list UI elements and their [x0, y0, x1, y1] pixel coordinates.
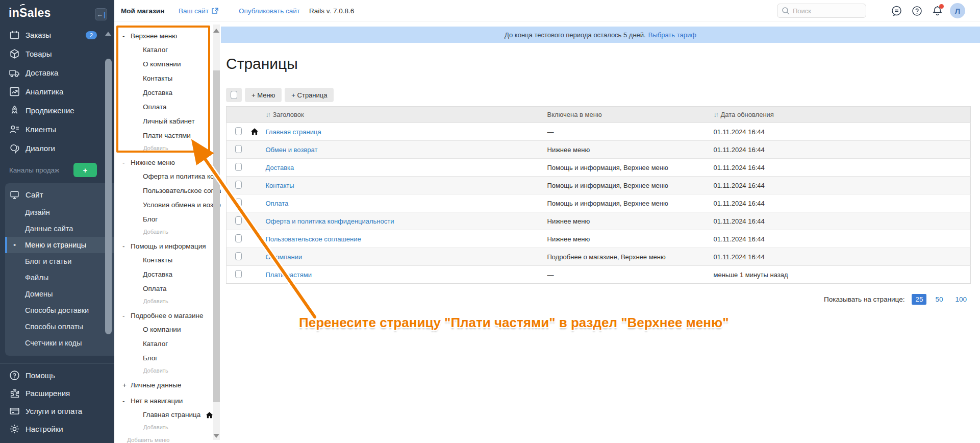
sidebar-subitem[interactable]: Способы оплаты [5, 318, 114, 335]
header-title[interactable]: ↓↑Заголовок [266, 107, 547, 123]
menu-tree-item[interactable]: Главная страница [114, 408, 221, 422]
expand-collapse-sign[interactable]: - [122, 312, 127, 319]
menu-tree-item[interactable]: Оплата [114, 282, 221, 296]
page-link[interactable]: Пользовательское соглашение [266, 235, 361, 243]
sidebar-collapse-button[interactable]: ←| [95, 8, 107, 20]
sidebar-subitem[interactable]: Файлы [5, 269, 114, 286]
notifications-bell-icon[interactable] [932, 5, 943, 17]
expand-collapse-sign[interactable]: - [122, 32, 127, 40]
select-all-checkbox[interactable] [231, 91, 237, 99]
page-link[interactable]: О компании [266, 253, 303, 261]
page-link[interactable]: Обмен и возврат [266, 146, 318, 154]
row-checkbox[interactable] [235, 181, 242, 189]
sidebar-item[interactable]: Товары [0, 44, 114, 63]
pagination-option[interactable]: 100 [951, 294, 970, 305]
row-checkbox[interactable] [235, 199, 242, 207]
menu-tree-item[interactable]: Оферта и политика кон [114, 169, 221, 184]
panel-scroll-up-arrow[interactable] [213, 29, 219, 33]
menu-section-title[interactable]: - Нижнее меню [114, 155, 221, 169]
row-checkbox[interactable] [235, 216, 242, 225]
menu-section-title[interactable]: - Помощь и информация [114, 239, 221, 253]
menu-tree-item[interactable]: Плати частями [114, 129, 221, 143]
menu-section-title[interactable]: - Подробнее о магазине [114, 308, 221, 323]
panel-scrollbar[interactable] [213, 70, 220, 402]
sidebar-subitem[interactable]: Домены [5, 286, 114, 302]
menu-tree-item[interactable]: Блог [114, 351, 221, 365]
sidebar-item[interactable]: Помощь [0, 366, 114, 384]
header-updated[interactable]: ↓↑Дата обновления [714, 107, 971, 123]
expand-collapse-sign[interactable]: - [122, 397, 127, 405]
sidebar-item[interactable]: Продвижение [0, 101, 114, 120]
menu-tree-item[interactable]: Оплата [114, 100, 221, 114]
page-link[interactable]: Контакты [266, 182, 294, 189]
page-link[interactable]: Плати частями [266, 271, 312, 279]
expand-collapse-sign[interactable]: - [122, 159, 127, 166]
add-page-link[interactable]: Добавить [114, 422, 221, 433]
sidebar-item[interactable]: Аналитика [0, 82, 114, 101]
row-checkbox[interactable] [235, 163, 242, 171]
add-page-button[interactable]: + Страница [285, 88, 334, 102]
add-menu-link[interactable]: Добавить меню [114, 434, 221, 443]
menu-tree-item[interactable]: Контакты [114, 253, 221, 267]
row-checkbox[interactable] [235, 252, 242, 260]
add-channel-button[interactable]: + [73, 163, 97, 177]
sidebar-subitem[interactable]: Дизайн [5, 204, 114, 220]
sidebar-item[interactable]: Услуги и оплата [0, 402, 114, 420]
add-page-link[interactable]: Добавить [114, 296, 221, 307]
add-page-link[interactable]: Добавить [114, 365, 221, 376]
menu-tree-item[interactable]: Контакты [114, 71, 221, 86]
sidebar-item[interactable]: Диалоги [0, 139, 114, 158]
help-icon[interactable] [911, 5, 923, 17]
sidebar-item[interactable]: Заказы 2 [0, 26, 114, 44]
menu-tree-item[interactable]: Доставка [114, 86, 221, 100]
sidebar-item[interactable]: Доставка [0, 63, 114, 82]
row-checkbox[interactable] [235, 270, 242, 278]
menu-section-title[interactable]: - Нет в навигации [114, 393, 221, 408]
add-page-link[interactable]: Добавить [114, 227, 221, 237]
row-checkbox[interactable] [235, 145, 242, 153]
add-page-link[interactable]: Добавить [114, 143, 221, 154]
menu-tree-item[interactable]: О компании [114, 57, 221, 71]
sidebar-item[interactable]: Расширения [0, 384, 114, 402]
select-all-button[interactable] [226, 88, 242, 102]
pagination-option[interactable]: 25 [912, 294, 926, 305]
sort-icon[interactable]: ↓↑ [714, 111, 718, 118]
menu-section-title[interactable]: + Личные данные [114, 378, 221, 392]
search-box[interactable] [777, 4, 866, 18]
sidebar-subitem[interactable]: Данные сайта [5, 220, 114, 237]
menu-tree-item[interactable]: Пользовательское согла [114, 184, 221, 198]
pagination-option[interactable]: 50 [932, 294, 946, 305]
sort-icon[interactable]: ↓↑ [266, 111, 270, 118]
sidebar-scrollbar[interactable] [105, 59, 112, 334]
search-input[interactable] [793, 7, 854, 15]
sidebar-subitem[interactable]: • Меню и страницы [5, 237, 114, 253]
menu-tree-item[interactable]: Личный кабинет [114, 114, 221, 129]
publish-site-link[interactable]: Опубликовать сайт [239, 0, 300, 21]
panel-scroll-down-arrow[interactable] [213, 434, 219, 438]
sidebar-subitem[interactable]: Счетчики и коды [5, 335, 114, 351]
avatar[interactable]: Л [950, 3, 965, 18]
page-link[interactable]: Доставка [266, 164, 294, 171]
your-site-link[interactable]: Ваш сайт [179, 0, 218, 21]
menu-tree-item[interactable]: О компании [114, 323, 221, 337]
chat-icon[interactable] [891, 5, 902, 17]
sidebar-scroll-up-arrow[interactable] [105, 32, 111, 36]
row-checkbox[interactable] [235, 234, 242, 242]
page-link[interactable]: Оплата [266, 200, 289, 207]
menu-tree-item[interactable]: Каталог [114, 337, 221, 351]
expand-collapse-sign[interactable]: - [122, 242, 127, 250]
menu-tree-item[interactable]: Условия обмена и возвр [114, 198, 221, 212]
expand-collapse-sign[interactable]: + [122, 381, 127, 389]
menu-tree-item[interactable]: Блог [114, 212, 221, 227]
sidebar-subitem[interactable]: Способы доставки [5, 302, 114, 318]
add-menu-button[interactable]: + Меню [245, 88, 282, 102]
menu-section-title[interactable]: - Верхнее меню [114, 29, 221, 43]
menu-tree-item[interactable]: Каталог [114, 43, 221, 57]
menu-tree-item[interactable]: Доставка [114, 267, 221, 282]
sidebar-item[interactable]: Настройки [0, 420, 114, 438]
sidebar-item-site[interactable]: Сайт [5, 185, 114, 204]
page-link[interactable]: Главная страница [266, 128, 321, 136]
page-link[interactable]: Оферта и политика конфиденциальности [266, 217, 394, 225]
sidebar-subitem[interactable]: Блог и статьи [5, 253, 114, 269]
choose-plan-link[interactable]: Выбрать тариф [648, 31, 696, 39]
